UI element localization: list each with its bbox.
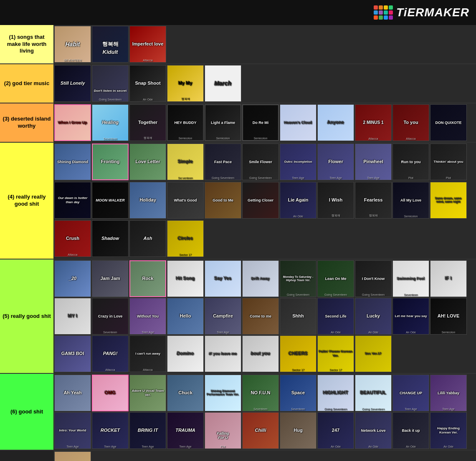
card-don-quixote[interactable]: DON QUIXOTE xyxy=(430,104,467,141)
card-say-yes[interactable]: Say Yes xyxy=(205,260,241,297)
card-hug[interactable]: Hug xyxy=(280,412,316,449)
card-shining-diamond[interactable]: Shining Diamond xyxy=(54,144,91,180)
card-let-me-hear[interactable]: Let me hear you say An Ode xyxy=(392,298,429,335)
card-pinwheel[interactable]: Pinwheel Teen Age xyxy=(355,144,392,180)
card-lean-on-me[interactable]: Lean On Me Going Seventeen xyxy=(317,260,354,297)
card-rock[interactable]: Rock xyxy=(129,260,166,297)
card-lilili-yabbay[interactable]: Lilili Yabbay Teen Age xyxy=(430,375,467,411)
card-come-to-me[interactable]: Come to me xyxy=(242,298,279,335)
card-hit-song[interactable]: Hit Song xyxy=(167,260,204,297)
card-outro-incompletion[interactable]: Outro: Incompletion Teen Age xyxy=(280,144,316,180)
card-network-love[interactable]: Network Love An Ode xyxy=(355,412,392,449)
card-shadow[interactable]: Shadow xyxy=(92,220,129,257)
card-ash[interactable]: Ash xyxy=(129,220,166,257)
card-flower[interactable]: Flower Teen Age xyxy=(317,144,354,180)
card-anyone[interactable]: Anyone xyxy=(317,104,354,141)
card-shhh[interactable]: Shhh xyxy=(280,298,316,335)
card-fast-pace[interactable]: Fast Pace Going Seventeen xyxy=(205,144,241,180)
card-dont-listen[interactable]: Don't listen in secret Going Seventeen xyxy=(92,65,129,102)
card-crush[interactable]: Crush Attacca xyxy=(54,220,91,257)
card-back-it-up[interactable]: Back it up An Ode xyxy=(392,412,429,449)
card-lucky[interactable]: Lucky An Ode xyxy=(355,298,392,335)
card-fearless[interactable]: Fearless 행복해 xyxy=(355,182,392,219)
card-fronting[interactable]: Fronting xyxy=(92,144,129,180)
card-rocket[interactable]: ROCKET Teen Age xyxy=(92,412,129,449)
card-without-you[interactable]: Without You Teen Age xyxy=(129,298,166,335)
card-bring-it[interactable]: BRING IT Teen Age xyxy=(129,412,166,449)
card-247[interactable]: 247 An Ode xyxy=(317,412,354,449)
card-pang[interactable]: PANG! Attacca xyxy=(92,335,129,372)
card-whats-good[interactable]: What's Good xyxy=(167,182,204,219)
card-holiday[interactable]: Holiday xyxy=(129,182,166,219)
card-no-fun[interactable]: NO F.U.N Seventeen xyxy=(242,375,279,411)
card-thinkin-about-you[interactable]: Thinkin' about you Plot xyxy=(430,144,467,180)
card-trauma[interactable]: TRAUMA Teen Age xyxy=(167,412,204,449)
card-together[interactable]: Together 행복해 xyxy=(129,104,166,141)
card-cheers[interactable]: CHEERS Sector 17 xyxy=(280,335,316,372)
card-wave[interactable]: Wave xyxy=(54,451,91,461)
card-smile-flower[interactable]: Smile Flower Going Seventeen xyxy=(242,144,279,180)
card-hey-buddy[interactable]: HEY BUDDY Semicolon xyxy=(167,104,204,141)
card-same-dream[interactable]: Same dream, same mind, same night xyxy=(430,182,467,219)
card-healing[interactable]: Healing Seventeen xyxy=(92,104,129,141)
card-sub: Seventeen xyxy=(243,408,278,411)
card-20[interactable]: _20 xyxy=(54,260,91,297)
card-lie-again[interactable]: Lie Again An Ode xyxy=(280,182,316,219)
card-bout-you[interactable]: bout you xyxy=(242,335,279,372)
card-i-cant-run-away[interactable]: I can't run away Attacca xyxy=(129,335,166,372)
card-run-to-you[interactable]: Run to you Plot xyxy=(392,144,429,180)
card-imperfect-love[interactable]: Imperfect love Attacca xyxy=(129,26,166,63)
card-heavens-cloud[interactable]: Heaven's Cloud xyxy=(280,104,316,141)
card-snap-shoot[interactable]: Snap Shoot An Ode xyxy=(129,65,166,102)
card-i-dont-know[interactable]: I Don't Know Going Seventeen xyxy=(355,260,392,297)
card-gam3-boi[interactable]: GAM3 BOI xyxy=(54,335,91,372)
card-sec-ver17[interactable]: Sec Ver.17 xyxy=(355,335,392,372)
card-our-dawn[interactable]: Our dawn is hotter than day xyxy=(54,182,91,219)
card-do-re-mi[interactable]: Do Re Mi Semicolon xyxy=(242,104,279,141)
card-space[interactable]: Space Seventeen xyxy=(280,375,316,411)
card-adore-u[interactable]: Adore U Vocal Team Ver. xyxy=(129,375,166,411)
card-my-my[interactable]: My My 행복해 xyxy=(167,65,204,102)
card-domino[interactable]: Domino xyxy=(167,335,204,372)
card-highlight[interactable]: HIGHLIGHT Going Seventeen xyxy=(317,375,354,411)
card-still-lonely[interactable]: Still Lonely xyxy=(54,65,91,102)
card-sd-performance[interactable]: Shining Diamond Performance Team Ver. xyxy=(205,375,241,411)
card-falling-for-u[interactable]: Falling For U Plot xyxy=(205,412,241,449)
card-if-you-leave-me[interactable]: IF you leave me xyxy=(205,335,241,372)
card-omg[interactable]: OMG xyxy=(92,375,129,411)
card-good-to-me[interactable]: Good to Me xyxy=(205,182,241,219)
card-2-minus-1[interactable]: 2 MINUS 1 Attacca xyxy=(355,104,392,141)
card-ah-yeah[interactable]: Ah Yeah xyxy=(54,375,91,411)
card-habit[interactable]: Habit SEVENTEEN xyxy=(54,26,91,63)
card-ah-love[interactable]: AH! LOVE Semicolon xyxy=(430,298,467,335)
card-monday-saturday[interactable]: Monday To Saturday - Hiphop Team Ver. Go… xyxy=(280,260,316,297)
card-simple[interactable]: Simple Se:venteen xyxy=(167,144,204,180)
card-chuck[interactable]: Chuck xyxy=(167,375,204,411)
card-light-a-flame[interactable]: Light a Flame Semicolon xyxy=(205,104,241,141)
card-when-i-grow-up[interactable]: When I Grow Up xyxy=(54,104,91,141)
card-march[interactable]: March xyxy=(205,65,241,102)
card-if-i[interactable]: IF I xyxy=(430,260,467,297)
card-getting-closer[interactable]: Getting Closer xyxy=(242,182,279,219)
card-chilli[interactable]: Chilli xyxy=(242,412,279,449)
card-intro-your-world[interactable]: Intro: Your World Teen Age xyxy=(54,412,91,449)
card-i-wish[interactable]: I Wish 행복해 xyxy=(317,182,354,219)
card-moonwalker[interactable]: MOON WALKER xyxy=(92,182,129,219)
card-second-life[interactable]: Second Life An Ode xyxy=(317,298,354,335)
card-all-my-love[interactable]: All My Love Semicolon xyxy=(392,182,429,219)
card-campfire[interactable]: Campfire Teen Age xyxy=(205,298,241,335)
card-swimming-fool[interactable]: Swimming Fool Seventeen xyxy=(392,260,429,297)
card-circles[interactable]: Circles Sector 17 xyxy=(167,220,204,257)
card-love-letter[interactable]: Love Letter xyxy=(129,144,166,180)
card-change-up[interactable]: CHANGE UP Teen Age xyxy=(392,375,429,411)
card-crazy-in-love[interactable]: Crazy in Love Seventeen xyxy=(92,298,129,335)
card-hello[interactable]: Hello xyxy=(167,298,204,335)
card-happy-ending[interactable]: Happy Ending Korean Ver. An Ode xyxy=(430,412,467,449)
card-kidult[interactable]: 행복해 Kidult xyxy=(92,26,129,63)
card-my-i[interactable]: MY I xyxy=(54,298,91,335)
card-to-you[interactable]: To you Attacca xyxy=(392,104,429,141)
card-jam-jam[interactable]: Jam Jam xyxy=(92,260,129,297)
card-beautiful[interactable]: BEAUTIFUL Going Seventeen xyxy=(355,375,392,411)
card-drift-away[interactable]: Drift Away xyxy=(242,260,279,297)
card-fallin-flower[interactable]: Fallin' Flower Korean Ver. Sector 17 xyxy=(317,335,354,372)
